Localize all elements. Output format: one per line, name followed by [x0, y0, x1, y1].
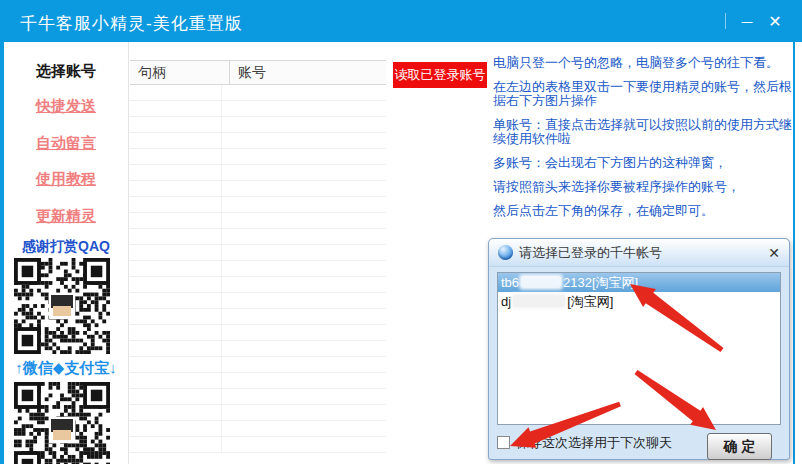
table-row[interactable]: [130, 213, 386, 229]
sidebar-item-auto-message[interactable]: 自动留言: [4, 134, 128, 153]
dialog-close-icon[interactable]: ✕: [768, 245, 780, 261]
table-row[interactable]: [130, 245, 386, 261]
minimize-button[interactable]: ─: [734, 6, 760, 36]
sidebar-item-quick-send[interactable]: 快捷发送: [4, 97, 128, 116]
table-cell-account: [222, 85, 386, 100]
account-table: 句柄 账号: [130, 60, 386, 453]
table-cell-account: [222, 213, 386, 228]
sidebar: 选择账号 快捷发送 自动留言 使用教程 更新精灵 感谢打赏QAQ ↑微信◆支付宝…: [4, 42, 129, 464]
table-row[interactable]: [130, 181, 386, 197]
table-row[interactable]: [130, 373, 386, 389]
table-row[interactable]: [130, 293, 386, 309]
table-header: 句柄 账号: [130, 60, 386, 85]
window-titlebar: 千牛客服小精灵-美化重置版 ─ ✕: [0, 0, 802, 42]
read-logged-in-accounts-button[interactable]: 读取已登录账号: [393, 62, 487, 88]
table-row[interactable]: [130, 197, 386, 213]
table-cell-handle: [130, 101, 222, 116]
table-cell-account: [222, 181, 386, 196]
column-header-handle: 句柄: [130, 61, 230, 84]
table-row[interactable]: [130, 85, 386, 101]
table-cell-account: [222, 421, 386, 436]
sidebar-item-tutorial[interactable]: 使用教程: [4, 170, 128, 189]
table-cell-account: [222, 309, 386, 324]
table-cell-handle: [130, 117, 222, 132]
titlebar-divider: [725, 13, 726, 29]
privacy-censor-block: [521, 276, 561, 288]
table-cell-handle: [130, 85, 222, 100]
table-row[interactable]: [130, 101, 386, 117]
table-cell-handle: [130, 181, 222, 196]
table-row[interactable]: [130, 309, 386, 325]
window-right-border: [793, 42, 795, 464]
account-text: 2132[淘宝网]: [563, 275, 638, 290]
instruction-line: 电脑只登一个号的忽略，电脑登多个号的往下看。: [493, 56, 792, 70]
table-cell-handle: [130, 421, 222, 436]
column-header-account: 账号: [230, 61, 386, 84]
table-cell-account: [222, 197, 386, 212]
window-title: 千牛客服小精灵-美化重置版: [20, 12, 243, 35]
confirm-button[interactable]: 确 定: [707, 433, 772, 460]
table-cell-account: [222, 357, 386, 372]
table-cell-handle: [130, 229, 222, 244]
account-text: dj: [501, 294, 511, 309]
table-row[interactable]: [130, 229, 386, 245]
table-cell-account: [222, 133, 386, 148]
table-cell-account: [222, 277, 386, 292]
table-cell-account: [222, 405, 386, 420]
save-choice-label: 保存这次选择用于下次聊天: [516, 434, 672, 452]
table-cell-handle: [130, 341, 222, 356]
sidebar-item-update[interactable]: 更新精灵: [4, 207, 128, 226]
table-cell-account: [222, 373, 386, 388]
table-row[interactable]: [130, 133, 386, 149]
table-cell-handle: [130, 213, 222, 228]
table-cell-account: [222, 341, 386, 356]
privacy-censor-block: [513, 295, 565, 307]
table-cell-account: [222, 261, 386, 276]
instruction-line: 多账号：会出现右下方图片的这种弹窗，: [493, 156, 792, 170]
table-cell-account: [222, 437, 386, 452]
table-row[interactable]: [130, 405, 386, 421]
account-list-item[interactable]: tb62132[淘宝网]: [498, 273, 780, 292]
save-choice-checkbox[interactable]: [497, 436, 510, 449]
account-text: [淘宝网]: [567, 294, 613, 309]
instruction-line: 在左边的表格里双击一下要使用精灵的账号，然后根据右下方图片操作: [493, 80, 792, 108]
wechat-donate-qr: [14, 258, 110, 354]
instructions-panel: 电脑只登一个号的忽略，电脑登多个号的往下看。 在左边的表格里双击一下要使用精灵的…: [493, 56, 792, 228]
table-cell-handle: [130, 277, 222, 292]
table-cell-handle: [130, 149, 222, 164]
account-list-item[interactable]: dj[淘宝网]: [498, 292, 780, 311]
table-cell-handle: [130, 325, 222, 340]
instruction-line: 单账号：直接点击选择就可以按照以前的使用方式继续使用软件啦: [493, 118, 792, 146]
table-cell-handle: [130, 373, 222, 388]
table-row[interactable]: [130, 277, 386, 293]
table-row[interactable]: [130, 357, 386, 373]
instruction-line: 然后点击左下角的保存，在确定即可。: [493, 204, 792, 218]
table-row[interactable]: [130, 421, 386, 437]
payment-methods-label: ↑微信◆支付宝↓: [4, 359, 128, 378]
table-cell-account: [222, 325, 386, 340]
instruction-line: 请按照箭头来选择你要被程序操作的账号，: [493, 180, 792, 194]
table-cell-account: [222, 165, 386, 180]
sidebar-item-select-account[interactable]: 选择账号: [4, 62, 128, 81]
table-row[interactable]: [130, 341, 386, 357]
table-row[interactable]: [130, 437, 386, 453]
table-cell-handle: [130, 165, 222, 180]
table-row[interactable]: [130, 261, 386, 277]
table-row[interactable]: [130, 325, 386, 341]
dialog-title: 请选择已登录的千牛帐号: [519, 244, 662, 262]
table-cell-handle: [130, 133, 222, 148]
table-row[interactable]: [130, 389, 386, 405]
table-cell-handle: [130, 389, 222, 404]
table-row[interactable]: [130, 149, 386, 165]
close-button[interactable]: ✕: [762, 6, 788, 36]
table-cell-handle: [130, 261, 222, 276]
table-row[interactable]: [130, 165, 386, 181]
wangwang-icon: [498, 245, 513, 260]
table-body: [130, 85, 386, 453]
table-cell-handle: [130, 293, 222, 308]
dialog-titlebar: 请选择已登录的千牛帐号 ✕: [489, 239, 789, 267]
account-text: tb6: [501, 275, 519, 290]
table-row[interactable]: [130, 117, 386, 133]
table-cell-account: [222, 389, 386, 404]
table-cell-account: [222, 101, 386, 116]
